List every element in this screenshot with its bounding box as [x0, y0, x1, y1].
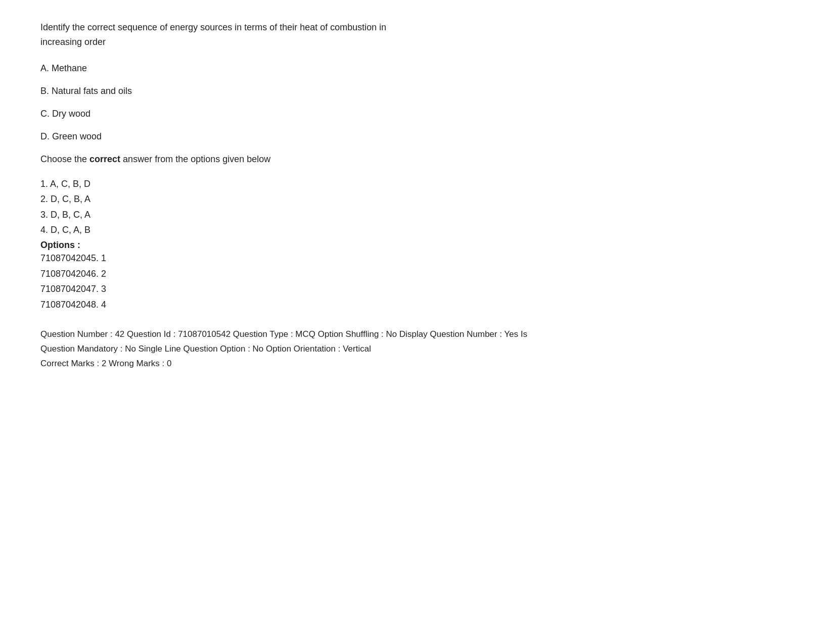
metadata-block: Question Number : 42 Question Id : 71087…: [40, 327, 794, 371]
choose-suffix: answer from the options given below: [120, 154, 270, 164]
question-line2: increasing order: [40, 37, 106, 47]
option-code-1: 71087042045. 1: [40, 251, 794, 266]
option-b: B. Natural fats and oils: [40, 84, 794, 98]
option-code-3: 71087042047. 3: [40, 281, 794, 297]
option-c-label: C. Dry wood: [40, 109, 90, 119]
question-container: Identify the correct sequence of energy …: [40, 20, 794, 371]
correct-marks: Correct Marks : 2 Wrong Marks : 0: [40, 357, 794, 371]
option-d-label: D. Green wood: [40, 131, 102, 141]
option-c: C. Dry wood: [40, 107, 794, 121]
options-label: Options :: [40, 240, 794, 251]
answer-4: 4. D, C, A, B: [40, 222, 794, 238]
option-a-label: A. Methane: [40, 63, 87, 73]
answer-3: 3. D, B, C, A: [40, 207, 794, 223]
choose-prefix: Choose the: [40, 154, 89, 164]
option-d: D. Green wood: [40, 130, 794, 143]
metadata-line2: Question Mandatory : No Single Line Ques…: [40, 342, 794, 357]
choose-bold: correct: [89, 154, 120, 164]
answer-1: 1. A, C, B, D: [40, 176, 794, 192]
option-code-4: 71087042048. 4: [40, 297, 794, 313]
metadata-line1: Question Number : 42 Question Id : 71087…: [40, 327, 794, 342]
option-code-2: 71087042046. 2: [40, 266, 794, 282]
option-b-label: B. Natural fats and oils: [40, 86, 132, 96]
question-text: Identify the correct sequence of energy …: [40, 20, 794, 49]
question-line1: Identify the correct sequence of energy …: [40, 22, 386, 32]
option-a: A. Methane: [40, 62, 794, 75]
choose-instruction: Choose the correct answer from the optio…: [40, 153, 794, 166]
answer-2: 2. D, C, B, A: [40, 191, 794, 207]
